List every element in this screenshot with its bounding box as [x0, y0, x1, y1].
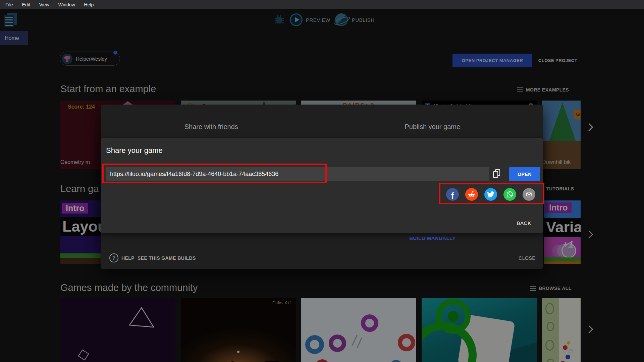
tab-share-with-friends[interactable]: Share with friends	[101, 105, 322, 138]
game-url-input[interactable]	[106, 167, 489, 181]
help-question-icon[interactable]: ?	[109, 253, 118, 262]
dialog-footer: ? HELP SEE THIS GAME BUILDS CLOSE	[101, 252, 543, 269]
menu-edit[interactable]: Edit	[22, 2, 30, 7]
build-manually-link[interactable]: BUILD MANUALLY	[322, 235, 543, 241]
share-facebook-button[interactable]: f	[446, 188, 459, 201]
share-panel-title: Share your game	[106, 146, 163, 155]
share-email-button[interactable]	[523, 188, 535, 201]
publish-dialog: Share with friends Publish your game BUI…	[101, 105, 543, 269]
whatsapp-icon	[506, 190, 514, 198]
back-button[interactable]: BACK	[513, 219, 535, 227]
reddit-icon	[467, 190, 476, 199]
twitter-icon	[487, 191, 494, 198]
share-twitter-button[interactable]	[484, 188, 497, 201]
copy-url-button[interactable]	[491, 168, 503, 180]
tab-publish-your-game[interactable]: Publish your game	[322, 105, 543, 138]
share-reddit-button[interactable]	[465, 188, 478, 201]
tab-divider	[322, 107, 322, 137]
menu-file[interactable]: File	[5, 2, 13, 7]
email-envelope-icon	[525, 190, 533, 198]
share-whatsapp-button[interactable]	[503, 188, 516, 201]
social-share-buttons: f	[446, 188, 535, 201]
facebook-icon: f	[451, 191, 454, 201]
open-game-button[interactable]: OPEN	[509, 167, 540, 181]
help-button[interactable]: HELP	[121, 255, 135, 261]
close-dialog-button[interactable]: CLOSE	[515, 253, 539, 263]
see-game-builds-button[interactable]: SEE THIS GAME BUILDS	[138, 255, 196, 261]
menu-window[interactable]: Window	[58, 2, 75, 7]
menu-bar: File Edit View Window Help	[0, 0, 644, 9]
share-panel: Share your game OPEN f	[101, 138, 543, 233]
menu-help[interactable]: Help	[84, 2, 94, 7]
menu-view[interactable]: View	[39, 2, 49, 7]
app-window: File Edit View Window Help PREVIEW PUBLI…	[0, 0, 644, 362]
